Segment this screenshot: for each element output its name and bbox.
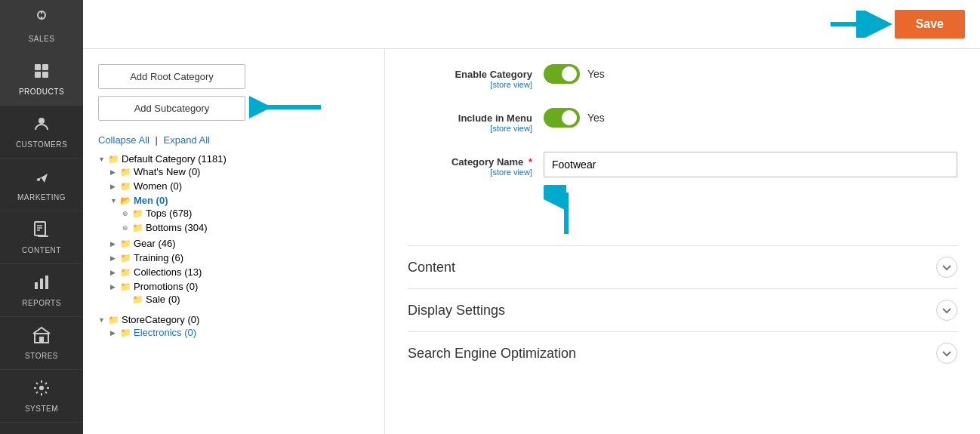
separator: | <box>156 134 158 146</box>
sidebar-item-content-label: CONTENT <box>22 246 61 254</box>
tree-node-training[interactable]: ▶ 📁 Training (6) <box>110 252 369 263</box>
svg-rect-9 <box>35 222 45 235</box>
seo-section-chevron[interactable] <box>936 343 957 364</box>
system-icon <box>32 379 51 402</box>
include-menu-toggle-group: Yes <box>544 108 605 128</box>
category-name-label: Category Name * [store view] <box>408 152 544 177</box>
folder-icon: 📂 <box>120 195 131 206</box>
folder-icon: 📁 <box>120 282 131 292</box>
tree-node-gear[interactable]: ▶ 📁 Gear (46) <box>110 238 369 249</box>
collapse-expand-links: Collapse All | Expand All <box>98 134 369 146</box>
content-section-chevron[interactable] <box>936 257 957 278</box>
add-root-category-button[interactable]: Add Root Category <box>98 64 245 89</box>
expand-icon: ▶ <box>110 329 118 337</box>
expand-icon: ▼ <box>110 197 118 205</box>
include-menu-yes-label: Yes <box>587 112 605 124</box>
expand-icon: ▶ <box>110 254 118 262</box>
folder-icon: 📁 <box>108 315 119 325</box>
collapse-all-link[interactable]: Collapse All <box>98 134 149 146</box>
svg-rect-4 <box>42 64 48 70</box>
add-subcategory-row: Add Subcategory <box>98 94 369 123</box>
required-marker: * <box>529 156 532 168</box>
sidebar-item-customers-label: CUSTOMERS <box>16 140 67 149</box>
expand-icon: ⊕ <box>122 210 130 217</box>
sidebar-item-reports[interactable]: REPORTS <box>0 264 83 317</box>
tree-node-promotions[interactable]: ▶ 📁 Promotions (0) <box>110 281 369 292</box>
enable-category-toggle[interactable] <box>544 64 580 84</box>
sidebar-item-system[interactable]: SYSTEM <box>0 370 83 423</box>
svg-point-8 <box>37 178 40 181</box>
enable-category-toggle-group: Yes <box>544 64 605 84</box>
tree-node-men[interactable]: ▼ 📂 Men (0) <box>110 195 369 206</box>
toggle-slider <box>544 64 580 84</box>
svg-rect-15 <box>40 279 43 289</box>
svg-point-19 <box>39 386 44 390</box>
sales-icon <box>32 9 51 32</box>
sidebar-item-marketing[interactable]: MARKETING <box>0 159 83 211</box>
svg-rect-10 <box>38 235 48 237</box>
annotation-arrow-up-container <box>408 185 957 238</box>
expand-icon: ▼ <box>98 316 106 324</box>
list-item: ▶ 📁 What's New (0) <box>110 165 369 179</box>
sidebar-item-products[interactable]: PRODUCTS <box>0 53 83 106</box>
tree-node-default-category[interactable]: ▼ 📁 Default Category (1181) <box>98 153 369 165</box>
sidebar-item-sales[interactable]: SALES <box>0 0 83 53</box>
left-panel: Add Root Category Add Subcategory <box>83 49 385 434</box>
right-panel: Enable Category [store view] Yes Include… <box>385 49 980 434</box>
display-settings-chevron[interactable] <box>936 300 957 321</box>
folder-icon: 📁 <box>120 267 131 278</box>
expand-icon-default: ▼ <box>98 155 106 163</box>
tree-node-bottoms[interactable]: ⊕ 📁 Bottoms (304) <box>122 222 369 233</box>
enable-category-label: Enable Category [store view] <box>408 64 544 89</box>
expand-all-link[interactable]: Expand All <box>164 134 210 146</box>
annotation-arrow-up <box>544 185 589 238</box>
list-item: ▶ 📁 Collections (13) <box>110 265 369 279</box>
add-subcategory-button[interactable]: Add Subcategory <box>98 96 245 121</box>
tree-node-tops[interactable]: ⊕ 📁 Tops (678) <box>122 208 369 219</box>
tree-node-whats-new[interactable]: ▶ 📁 What's New (0) <box>110 166 369 177</box>
svg-rect-16 <box>45 275 48 289</box>
sidebar-item-sales-label: SALES <box>29 35 55 43</box>
folder-icon: 📁 <box>120 167 131 177</box>
folder-icon: 📁 <box>132 294 143 305</box>
annotation-arrow-right <box>827 11 895 38</box>
sidebar-item-products-label: PRODUCTS <box>19 88 64 96</box>
expand-icon: ▶ <box>110 269 118 276</box>
sidebar-item-system-label: SYSTEM <box>25 405 58 413</box>
enable-category-field: Enable Category [store view] Yes <box>408 64 957 89</box>
expand-icon: ▶ <box>110 283 118 291</box>
svg-rect-5 <box>35 72 41 78</box>
sidebar-item-content[interactable]: CONTENT <box>0 211 83 264</box>
tree-node-electronics[interactable]: ▶ 📁 Electronics (0) <box>110 327 369 338</box>
expand-icon: ▶ <box>110 168 118 176</box>
list-item: ▶ 📁 Gear (46) <box>110 236 369 251</box>
products-icon <box>32 62 51 85</box>
list-item: 📁 Sale (0) <box>122 292 369 306</box>
list-item: ▶ 📁 Promotions (0) 📁 <box>110 279 369 308</box>
stores-icon <box>32 326 51 349</box>
folder-icon: 📁 <box>108 154 119 165</box>
category-name-field: Category Name * [store view] <box>408 152 957 177</box>
svg-rect-14 <box>35 282 38 289</box>
tree-node-storecategory[interactable]: ▼ 📁 StoreCategory (0) <box>98 314 369 325</box>
sidebar-item-customers[interactable]: CUSTOMERS <box>0 106 83 159</box>
list-item: ▼ 📂 Men (0) ⊕ 📁 Tops ( <box>110 193 369 236</box>
category-tree: ▼ 📁 Default Category (1181) ▶ 📁 What's N… <box>98 152 369 341</box>
list-item: ⊕ 📁 Tops (678) <box>122 206 369 220</box>
folder-icon: 📁 <box>120 328 131 338</box>
include-menu-toggle[interactable] <box>544 108 580 128</box>
seo-section-header[interactable]: Search Engine Optimization <box>408 331 957 374</box>
save-button[interactable]: Save <box>895 10 965 38</box>
svg-rect-3 <box>35 64 41 70</box>
display-settings-section-header[interactable]: Display Settings <box>408 288 957 331</box>
tree-node-collections[interactable]: ▶ 📁 Collections (13) <box>110 266 369 278</box>
svg-point-7 <box>39 118 45 124</box>
content-area: Add Root Category Add Subcategory <box>83 49 980 434</box>
tree-node-women[interactable]: ▶ 📁 Women (0) <box>110 180 369 192</box>
content-section-header[interactable]: Content <box>408 245 957 288</box>
tree-node-sale[interactable]: 📁 Sale (0) <box>122 294 369 305</box>
customers-icon <box>32 115 51 137</box>
category-name-input[interactable] <box>544 152 957 177</box>
sidebar-item-stores[interactable]: STORES <box>0 317 83 370</box>
include-menu-label: Include in Menu [store view] <box>408 108 544 133</box>
